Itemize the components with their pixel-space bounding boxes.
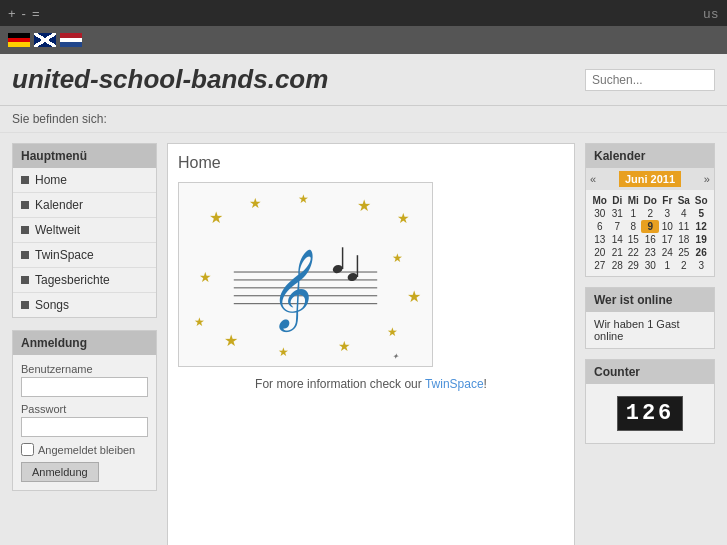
cal-day[interactable]: 3 bbox=[692, 259, 710, 272]
cal-header-so: So bbox=[692, 194, 710, 207]
cal-day[interactable]: 30 bbox=[590, 207, 609, 220]
calendar-next[interactable]: » bbox=[704, 173, 710, 185]
main-menu: Hauptmenü Home Kalender Weltweit TwinSpa… bbox=[12, 143, 157, 318]
cal-day[interactable]: 6 bbox=[590, 220, 609, 233]
counter-widget: Counter 126 bbox=[585, 359, 715, 444]
cal-day[interactable]: 28 bbox=[609, 259, 625, 272]
cal-day[interactable]: 26 bbox=[692, 246, 710, 259]
cal-day[interactable]: 23 bbox=[641, 246, 659, 259]
cal-day[interactable]: 21 bbox=[609, 246, 625, 259]
svg-text:✦: ✦ bbox=[392, 352, 400, 361]
menu-item-kalender-label: Kalender bbox=[35, 198, 83, 212]
right-sidebar: Kalender « Juni 2011 » Mo Di Mi Do Fr bbox=[585, 143, 715, 545]
menu-item-home[interactable]: Home bbox=[13, 168, 156, 193]
topbar-left: + - = bbox=[8, 6, 40, 21]
main-content: Home ★ ★ ★ ★ ★ ★ ★ ★ ★ ★ ★ ★ ★ bbox=[167, 143, 575, 545]
menu-item-songs[interactable]: Songs bbox=[13, 293, 156, 317]
cal-day[interactable]: 19 bbox=[692, 233, 710, 246]
cal-today[interactable]: 9 bbox=[641, 220, 659, 233]
counter-value: 126 bbox=[617, 396, 684, 431]
cal-day[interactable]: 8 bbox=[625, 220, 641, 233]
cal-day[interactable]: 30 bbox=[641, 259, 659, 272]
menu-item-twinspace[interactable]: TwinSpace bbox=[13, 243, 156, 268]
username-label: Benutzername bbox=[21, 363, 148, 375]
menu-item-kalender[interactable]: Kalender bbox=[13, 193, 156, 218]
menu-item-weltweit[interactable]: Weltweit bbox=[13, 218, 156, 243]
svg-text:★: ★ bbox=[338, 338, 351, 354]
topbar-equals-icon[interactable]: = bbox=[32, 6, 40, 21]
svg-text:★: ★ bbox=[224, 332, 238, 349]
calendar-widget: Kalender « Juni 2011 » Mo Di Mi Do Fr bbox=[585, 143, 715, 277]
cal-day[interactable]: 31 bbox=[609, 207, 625, 220]
cal-day[interactable]: 14 bbox=[609, 233, 625, 246]
password-input[interactable] bbox=[21, 417, 148, 437]
topbar-minus-icon[interactable]: - bbox=[22, 6, 26, 21]
svg-text:★: ★ bbox=[397, 210, 410, 226]
cal-day[interactable]: 13 bbox=[590, 233, 609, 246]
flag-british[interactable] bbox=[34, 33, 56, 47]
hero-svg: ★ ★ ★ ★ ★ ★ ★ ★ ★ ★ ★ ★ ★ 𝄞 bbox=[179, 183, 432, 366]
search-input[interactable] bbox=[585, 69, 715, 91]
menu-item-tagesberichte[interactable]: Tagesberichte bbox=[13, 268, 156, 293]
svg-text:𝄞: 𝄞 bbox=[268, 249, 313, 333]
remember-checkbox[interactable] bbox=[21, 443, 34, 456]
cal-day[interactable]: 15 bbox=[625, 233, 641, 246]
menu-item-weltweit-label: Weltweit bbox=[35, 223, 80, 237]
counter-title: Counter bbox=[586, 360, 714, 384]
twinspace-link[interactable]: TwinSpace bbox=[425, 377, 484, 391]
online-body: Wir haben 1 Gast online bbox=[586, 312, 714, 348]
header: united-school-bands.com bbox=[0, 54, 727, 106]
cal-day[interactable]: 1 bbox=[625, 207, 641, 220]
remember-row: Angemeldet bleiben bbox=[21, 443, 148, 456]
cal-day[interactable]: 7 bbox=[609, 220, 625, 233]
cal-header-mo: Mo bbox=[590, 194, 609, 207]
cal-day[interactable]: 18 bbox=[675, 233, 692, 246]
cal-day[interactable]: 27 bbox=[590, 259, 609, 272]
cal-day[interactable]: 4 bbox=[675, 207, 692, 220]
topbar: + - = us bbox=[0, 0, 727, 26]
remember-label: Angemeldet bleiben bbox=[38, 444, 135, 456]
main-menu-title: Hauptmenü bbox=[13, 144, 156, 168]
online-widget: Wer ist online Wir haben 1 Gast online bbox=[585, 287, 715, 349]
cal-header-do: Do bbox=[641, 194, 659, 207]
hero-image: ★ ★ ★ ★ ★ ★ ★ ★ ★ ★ ★ ★ ★ 𝄞 bbox=[178, 182, 433, 367]
cal-day[interactable]: 11 bbox=[675, 220, 692, 233]
menu-bullet bbox=[21, 176, 29, 184]
svg-text:★: ★ bbox=[209, 209, 223, 226]
cal-day[interactable]: 16 bbox=[641, 233, 659, 246]
cal-row-3: 13 14 15 16 17 18 19 bbox=[590, 233, 710, 246]
online-title: Wer ist online bbox=[586, 288, 714, 312]
cal-day[interactable]: 25 bbox=[675, 246, 692, 259]
flag-dutch[interactable] bbox=[60, 33, 82, 47]
cal-day[interactable]: 2 bbox=[641, 207, 659, 220]
username-input[interactable] bbox=[21, 377, 148, 397]
cal-day[interactable]: 10 bbox=[659, 220, 675, 233]
menu-item-tagesberichte-label: Tagesberichte bbox=[35, 273, 110, 287]
flag-german[interactable] bbox=[8, 33, 30, 47]
cal-row-2: 6 7 8 9 10 11 12 bbox=[590, 220, 710, 233]
cal-day[interactable]: 20 bbox=[590, 246, 609, 259]
cal-day[interactable]: 22 bbox=[625, 246, 641, 259]
cal-day[interactable]: 2 bbox=[675, 259, 692, 272]
cal-day[interactable]: 24 bbox=[659, 246, 675, 259]
cal-header-fr: Fr bbox=[659, 194, 675, 207]
cal-day[interactable]: 5 bbox=[692, 207, 710, 220]
topbar-plus-icon[interactable]: + bbox=[8, 6, 16, 21]
calendar-prev[interactable]: « bbox=[590, 173, 596, 185]
cal-header-mi: Mi bbox=[625, 194, 641, 207]
cal-day[interactable]: 3 bbox=[659, 207, 675, 220]
cal-row-4: 20 21 22 23 24 25 26 bbox=[590, 246, 710, 259]
login-section: Anmeldung Benutzername Passwort Angemeld… bbox=[12, 330, 157, 491]
cal-day[interactable]: 29 bbox=[625, 259, 641, 272]
cal-day[interactable]: 1 bbox=[659, 259, 675, 272]
cal-day[interactable]: 12 bbox=[692, 220, 710, 233]
flagbar bbox=[0, 26, 727, 54]
svg-text:★: ★ bbox=[407, 288, 421, 305]
exclamation: ! bbox=[484, 377, 487, 391]
login-button[interactable]: Anmeldung bbox=[21, 462, 99, 482]
menu-bullet bbox=[21, 251, 29, 259]
page-title: Home bbox=[178, 154, 564, 172]
svg-text:★: ★ bbox=[249, 195, 262, 211]
cal-day[interactable]: 17 bbox=[659, 233, 675, 246]
calendar-header: « Juni 2011 » bbox=[586, 168, 714, 190]
